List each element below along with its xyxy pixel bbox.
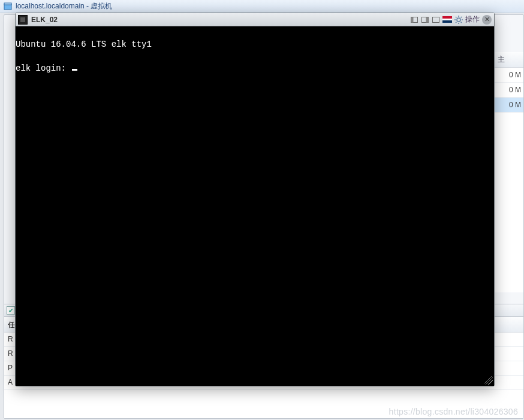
keyboard-layout-flag-icon[interactable] — [442, 16, 452, 23]
svg-line-14 — [461, 17, 462, 17]
restore-icon[interactable] — [432, 16, 440, 24]
right-panel-cell: 0 M — [509, 86, 521, 94]
console-title: ELK_02 — [31, 16, 58, 24]
dock-right-icon[interactable] — [421, 16, 429, 24]
right-panel-row[interactable]: 0 M — [494, 68, 523, 83]
right-panel-header[interactable]: ▾ 主 — [494, 52, 523, 68]
vm-icon — [4, 2, 12, 11]
dock-left-icon[interactable] — [410, 16, 418, 24]
outer-tab[interactable]: localhost.localdomain - 虚拟机 — [0, 0, 524, 13]
terminal-banner: Ubuntu 16.04.6 LTS elk tty1 — [16, 40, 152, 49]
svg-rect-3 — [411, 17, 414, 22]
console-titlebar[interactable]: ELK_02 操作 ✕ — [16, 13, 494, 26]
svg-line-12 — [456, 17, 456, 17]
terminal[interactable]: Ubuntu 16.04.6 LTS elk tty1 elk login: — [16, 26, 494, 386]
right-panel: ▾ 主 0 M 0 M 0 M — [493, 52, 523, 292]
ops-menu-label[interactable]: 操作 — [465, 14, 480, 25]
close-icon[interactable]: ✕ — [482, 15, 492, 25]
gear-icon[interactable] — [454, 16, 463, 24]
right-panel-header-label: 主 — [498, 55, 505, 65]
svg-rect-5 — [426, 17, 429, 22]
right-panel-row-selected[interactable]: 0 M — [494, 98, 523, 113]
right-panel-row[interactable]: 0 M — [494, 83, 523, 98]
tasks-check-icon[interactable]: ✔ — [7, 306, 15, 315]
svg-rect-1 — [4, 3, 11, 5]
console-window: ELK_02 操作 ✕ Ubuntu 16.04.6 LTS elk tty1 … — [15, 13, 495, 386]
terminal-icon — [18, 15, 28, 25]
right-panel-cell: 0 M — [509, 71, 521, 79]
svg-rect-6 — [433, 17, 439, 22]
outer-tab-title: localhost.localdomain - 虚拟机 — [16, 1, 112, 11]
right-panel-cell: 0 M — [509, 101, 521, 109]
svg-line-13 — [461, 22, 462, 22]
console-titlebar-buttons: 操作 ✕ — [410, 14, 492, 25]
terminal-cursor — [72, 69, 77, 71]
terminal-prompt: elk login: — [16, 64, 71, 73]
resize-grip-icon[interactable] — [484, 376, 493, 385]
svg-line-15 — [456, 22, 456, 22]
svg-point-7 — [457, 18, 460, 22]
